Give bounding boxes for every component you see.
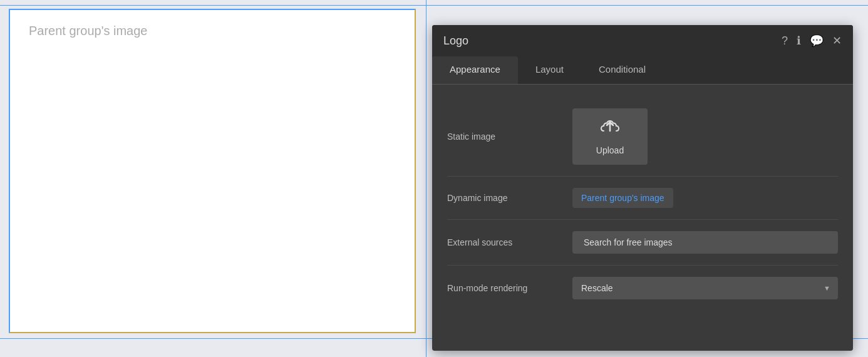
panel-header-icons: ? ℹ 💬 ✕ — [782, 34, 842, 48]
logo-settings-panel: Logo ? ℹ 💬 ✕ Appearance Layout Condition… — [432, 25, 853, 351]
static-image-control: Upload — [572, 108, 838, 165]
upload-label: Upload — [596, 145, 624, 155]
search-free-images-button[interactable]: Search for free images — [572, 231, 838, 254]
external-sources-control: Search for free images — [572, 231, 838, 254]
run-mode-rendering-control: Rescale Stretch Zoom Fit — [572, 277, 838, 299]
upload-button[interactable]: Upload — [572, 108, 648, 165]
rescale-dropdown[interactable]: Rescale Stretch Zoom Fit — [572, 277, 838, 299]
tab-conditional[interactable]: Conditional — [581, 56, 663, 84]
dynamic-image-row: Dynamic image Parent group's image — [447, 177, 838, 220]
static-image-row: Static image Upload — [447, 97, 838, 177]
panel-body: Static image Upload Dynamic image Parent… — [432, 85, 853, 351]
run-mode-rendering-row: Run-mode rendering Rescale Stretch Zoom … — [447, 266, 838, 311]
canvas-guideline-top — [0, 5, 868, 6]
dynamic-image-link[interactable]: Parent group's image — [572, 188, 673, 208]
panel-tabs: Appearance Layout Conditional — [432, 56, 853, 85]
static-image-label: Static image — [447, 132, 572, 142]
external-sources-label: External sources — [447, 237, 572, 247]
close-icon[interactable]: ✕ — [832, 34, 842, 48]
dynamic-image-label: Dynamic image — [447, 193, 572, 203]
tab-layout[interactable]: Layout — [518, 56, 581, 84]
run-mode-rendering-label: Run-mode rendering — [447, 283, 572, 293]
panel-header: Logo ? ℹ 💬 ✕ — [432, 25, 853, 56]
help-icon[interactable]: ? — [782, 34, 788, 48]
image-preview-box: Parent group's image — [9, 9, 416, 333]
panel-title: Logo — [443, 34, 468, 48]
dynamic-image-control: Parent group's image — [572, 188, 838, 208]
image-preview-label: Parent group's image — [29, 24, 147, 38]
canvas-guideline-vertical — [426, 0, 426, 357]
external-sources-row: External sources Search for free images — [447, 220, 838, 266]
upload-cloud-icon — [600, 118, 620, 140]
comment-icon[interactable]: 💬 — [810, 34, 824, 48]
info-icon[interactable]: ℹ — [797, 34, 801, 48]
tab-appearance[interactable]: Appearance — [432, 56, 518, 84]
